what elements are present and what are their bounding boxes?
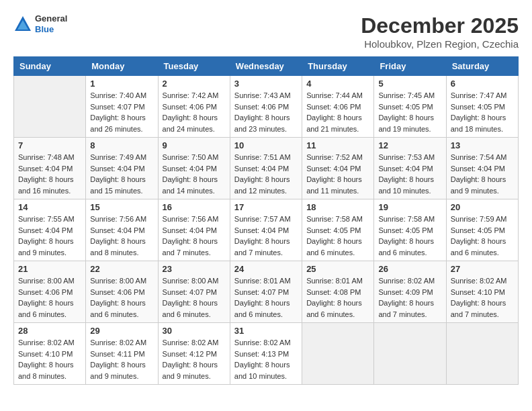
day-number: 9 xyxy=(163,140,226,150)
day-info: Sunrise: 7:51 AMSunset: 4:04 PMDaylight:… xyxy=(234,152,298,196)
header-day-friday: Friday xyxy=(374,57,446,76)
day-info: Sunrise: 8:02 AMSunset: 4:13 PMDaylight:… xyxy=(234,337,298,381)
calendar-cell: 26Sunrise: 8:02 AMSunset: 4:09 PMDayligh… xyxy=(374,261,446,323)
day-info: Sunrise: 7:53 AMSunset: 4:04 PMDaylight:… xyxy=(378,152,441,196)
day-info: Sunrise: 8:00 AMSunset: 4:07 PMDaylight:… xyxy=(163,275,226,320)
day-info: Sunrise: 8:02 AMSunset: 4:10 PMDaylight:… xyxy=(18,337,81,381)
header-day-thursday: Thursday xyxy=(302,57,374,76)
calendar-cell: 17Sunrise: 7:57 AMSunset: 4:04 PMDayligh… xyxy=(230,199,302,261)
calendar-cell: 4Sunrise: 7:44 AMSunset: 4:06 PMDaylight… xyxy=(302,76,374,138)
day-number: 10 xyxy=(234,140,298,150)
day-info: Sunrise: 7:54 AMSunset: 4:04 PMDaylight:… xyxy=(451,152,514,196)
day-number: 1 xyxy=(90,79,153,89)
calendar-table: SundayMondayTuesdayWednesdayThursdayFrid… xyxy=(13,56,519,385)
day-info: Sunrise: 7:56 AMSunset: 4:04 PMDaylight:… xyxy=(90,214,153,258)
day-number: 27 xyxy=(451,264,514,274)
day-number: 21 xyxy=(18,264,81,274)
day-number: 5 xyxy=(378,79,441,89)
logo-general: General xyxy=(35,13,67,24)
day-number: 2 xyxy=(163,79,226,89)
day-number: 14 xyxy=(18,202,81,212)
calendar-cell: 20Sunrise: 7:59 AMSunset: 4:05 PMDayligh… xyxy=(446,199,518,261)
month-title: December 2025 xyxy=(361,13,519,38)
calendar-cell: 1Sunrise: 7:40 AMSunset: 4:07 PMDaylight… xyxy=(86,76,158,138)
day-info: Sunrise: 7:40 AMSunset: 4:07 PMDaylight:… xyxy=(90,90,153,134)
day-number: 6 xyxy=(451,79,514,89)
logo-icon xyxy=(13,15,32,34)
calendar-cell: 28Sunrise: 8:02 AMSunset: 4:10 PMDayligh… xyxy=(14,323,86,385)
calendar-cell: 31Sunrise: 8:02 AMSunset: 4:13 PMDayligh… xyxy=(230,323,302,385)
week-row-4: 21Sunrise: 8:00 AMSunset: 4:06 PMDayligh… xyxy=(14,261,519,323)
day-number: 30 xyxy=(163,326,226,336)
calendar-cell: 10Sunrise: 7:51 AMSunset: 4:04 PMDayligh… xyxy=(230,138,302,199)
calendar-cell: 25Sunrise: 8:01 AMSunset: 4:08 PMDayligh… xyxy=(302,261,374,323)
day-number: 15 xyxy=(90,202,153,212)
calendar-cell: 15Sunrise: 7:56 AMSunset: 4:04 PMDayligh… xyxy=(86,199,158,261)
day-info: Sunrise: 7:48 AMSunset: 4:04 PMDaylight:… xyxy=(18,152,81,196)
day-number: 16 xyxy=(163,202,226,212)
day-info: Sunrise: 7:56 AMSunset: 4:04 PMDaylight:… xyxy=(163,214,226,258)
day-info: Sunrise: 8:00 AMSunset: 4:06 PMDaylight:… xyxy=(90,275,153,320)
day-info: Sunrise: 8:02 AMSunset: 4:11 PMDaylight:… xyxy=(90,337,153,381)
calendar-cell: 27Sunrise: 8:02 AMSunset: 4:10 PMDayligh… xyxy=(446,261,518,323)
calendar-cell xyxy=(14,76,86,138)
day-info: Sunrise: 7:42 AMSunset: 4:06 PMDaylight:… xyxy=(163,90,226,134)
day-info: Sunrise: 7:59 AMSunset: 4:05 PMDaylight:… xyxy=(451,214,514,258)
day-info: Sunrise: 8:01 AMSunset: 4:08 PMDaylight:… xyxy=(306,275,369,320)
logo-blue: Blue xyxy=(35,24,67,35)
day-info: Sunrise: 8:00 AMSunset: 4:06 PMDaylight:… xyxy=(18,275,81,320)
day-number: 13 xyxy=(451,140,514,150)
calendar-cell: 8Sunrise: 7:49 AMSunset: 4:04 PMDaylight… xyxy=(86,138,158,199)
calendar-cell: 13Sunrise: 7:54 AMSunset: 4:04 PMDayligh… xyxy=(446,138,518,199)
calendar-cell xyxy=(374,323,446,385)
calendar-cell: 18Sunrise: 7:58 AMSunset: 4:05 PMDayligh… xyxy=(302,199,374,261)
calendar-cell: 29Sunrise: 8:02 AMSunset: 4:11 PMDayligh… xyxy=(86,323,158,385)
day-number: 31 xyxy=(234,326,298,336)
calendar-header: SundayMondayTuesdayWednesdayThursdayFrid… xyxy=(14,57,519,76)
week-row-5: 28Sunrise: 8:02 AMSunset: 4:10 PMDayligh… xyxy=(14,323,519,385)
calendar-cell: 2Sunrise: 7:42 AMSunset: 4:06 PMDaylight… xyxy=(158,76,230,138)
day-number: 24 xyxy=(234,264,298,274)
day-info: Sunrise: 7:49 AMSunset: 4:04 PMDaylight:… xyxy=(90,152,153,196)
day-number: 25 xyxy=(306,264,369,274)
week-row-2: 7Sunrise: 7:48 AMSunset: 4:04 PMDaylight… xyxy=(14,138,519,199)
calendar-cell: 14Sunrise: 7:55 AMSunset: 4:04 PMDayligh… xyxy=(14,199,86,261)
day-info: Sunrise: 8:02 AMSunset: 4:09 PMDaylight:… xyxy=(378,275,441,320)
day-info: Sunrise: 7:58 AMSunset: 4:05 PMDaylight:… xyxy=(306,214,369,258)
calendar-cell: 21Sunrise: 8:00 AMSunset: 4:06 PMDayligh… xyxy=(14,261,86,323)
day-number: 26 xyxy=(378,264,441,274)
calendar-cell: 5Sunrise: 7:45 AMSunset: 4:05 PMDaylight… xyxy=(374,76,446,138)
header-day-sunday: Sunday xyxy=(14,57,86,76)
day-info: Sunrise: 8:02 AMSunset: 4:12 PMDaylight:… xyxy=(163,337,226,381)
day-number: 20 xyxy=(451,202,514,212)
header-day-wednesday: Wednesday xyxy=(230,57,302,76)
day-number: 7 xyxy=(18,140,81,150)
calendar-cell: 30Sunrise: 8:02 AMSunset: 4:12 PMDayligh… xyxy=(158,323,230,385)
day-number: 23 xyxy=(163,264,226,274)
week-row-1: 1Sunrise: 7:40 AMSunset: 4:07 PMDaylight… xyxy=(14,76,519,138)
calendar-cell: 19Sunrise: 7:58 AMSunset: 4:05 PMDayligh… xyxy=(374,199,446,261)
day-number: 8 xyxy=(90,140,153,150)
day-number: 12 xyxy=(378,140,441,150)
day-number: 11 xyxy=(306,140,369,150)
logo: General Blue xyxy=(13,13,67,34)
day-number: 29 xyxy=(90,326,153,336)
day-info: Sunrise: 7:52 AMSunset: 4:04 PMDaylight:… xyxy=(306,152,369,196)
calendar-cell: 11Sunrise: 7:52 AMSunset: 4:04 PMDayligh… xyxy=(302,138,374,199)
calendar-cell: 16Sunrise: 7:56 AMSunset: 4:04 PMDayligh… xyxy=(158,199,230,261)
day-info: Sunrise: 7:57 AMSunset: 4:04 PMDaylight:… xyxy=(234,214,298,258)
calendar-cell: 22Sunrise: 8:00 AMSunset: 4:06 PMDayligh… xyxy=(86,261,158,323)
calendar-cell: 6Sunrise: 7:47 AMSunset: 4:05 PMDaylight… xyxy=(446,76,518,138)
calendar-cell: 24Sunrise: 8:01 AMSunset: 4:07 PMDayligh… xyxy=(230,261,302,323)
calendar-cell: 9Sunrise: 7:50 AMSunset: 4:04 PMDaylight… xyxy=(158,138,230,199)
day-number: 22 xyxy=(90,264,153,274)
header-day-tuesday: Tuesday xyxy=(158,57,230,76)
day-info: Sunrise: 7:45 AMSunset: 4:05 PMDaylight:… xyxy=(378,90,441,134)
day-number: 18 xyxy=(306,202,369,212)
day-info: Sunrise: 8:01 AMSunset: 4:07 PMDaylight:… xyxy=(234,275,298,320)
header-day-monday: Monday xyxy=(86,57,158,76)
day-info: Sunrise: 7:55 AMSunset: 4:04 PMDaylight:… xyxy=(18,214,81,258)
logo-text: General Blue xyxy=(35,13,67,34)
day-info: Sunrise: 7:43 AMSunset: 4:06 PMDaylight:… xyxy=(234,90,298,134)
calendar-cell: 3Sunrise: 7:43 AMSunset: 4:06 PMDaylight… xyxy=(230,76,302,138)
